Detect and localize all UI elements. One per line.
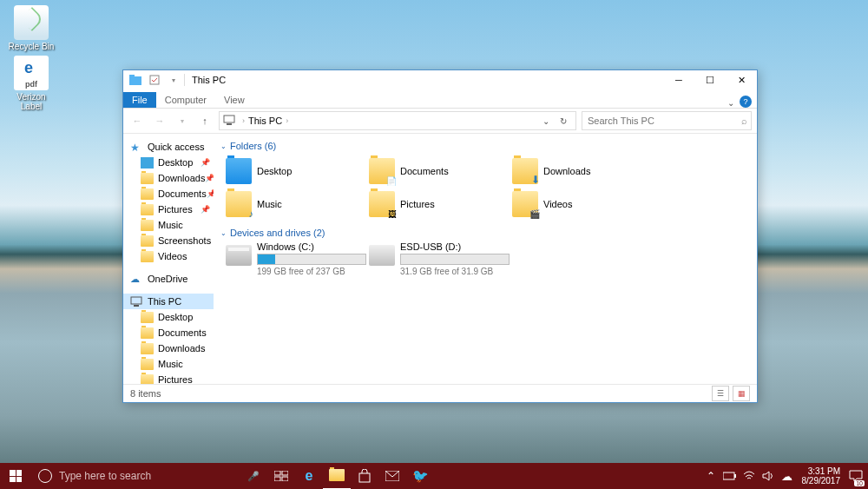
folder-icon bbox=[141, 374, 154, 385]
item-label: Desktop bbox=[257, 166, 292, 176]
nav-item-screenshots[interactable]: Screenshots bbox=[123, 233, 214, 248]
refresh-button[interactable]: ↻ bbox=[555, 112, 572, 129]
svg-rect-3 bbox=[224, 116, 234, 122]
search-placeholder: Type here to search bbox=[59, 470, 151, 482]
search-icon[interactable]: ⌕ bbox=[741, 116, 747, 126]
search-input[interactable] bbox=[586, 115, 741, 127]
breadcrumb-bar[interactable]: › This PC › ⌄ ↻ bbox=[219, 111, 576, 130]
close-button[interactable]: ✕ bbox=[726, 70, 757, 89]
breadcrumb-dropdown-icon[interactable]: ⌄ bbox=[537, 112, 555, 129]
nav-label: Downloads bbox=[158, 343, 205, 354]
help-button[interactable]: ? bbox=[740, 96, 752, 108]
nav-onedrive[interactable]: ☁OneDrive bbox=[123, 271, 214, 287]
nav-item-videos[interactable]: Videos bbox=[123, 248, 214, 264]
music-folder-icon: ♪ bbox=[226, 191, 252, 217]
ribbon-tab-view[interactable]: View bbox=[215, 92, 253, 108]
nav-item-desktop[interactable]: Desktop📌 bbox=[123, 155, 214, 170]
nav-item-downloads[interactable]: Downloads📌 bbox=[123, 170, 214, 186]
nav-item-music[interactable]: Music bbox=[123, 217, 214, 233]
folder-item-videos[interactable]: 🎬Videos bbox=[507, 188, 650, 221]
nav-pc-downloads[interactable]: Downloads bbox=[123, 340, 214, 356]
ribbon-expand-icon[interactable]: ⌄ bbox=[727, 98, 734, 108]
minimize-button[interactable]: ─ bbox=[663, 70, 694, 89]
taskbar[interactable]: Type here to search 🎤 e 🐦 ⌃ ☁ 3:31 PM 8/… bbox=[0, 463, 868, 489]
desktop-folder-icon bbox=[226, 158, 252, 184]
qat-properties-icon[interactable] bbox=[148, 73, 161, 87]
windows-logo-icon bbox=[10, 470, 22, 482]
drive-item-esd-usb-d[interactable]: ESD-USB (D:) 31.9 GB free of 31.9 GB bbox=[364, 241, 507, 276]
desktop-icon-verizon-label[interactable]: Verizon Label bbox=[5, 56, 57, 111]
group-header-folders[interactable]: ⌄Folders (6) bbox=[220, 137, 750, 155]
nav-item-pictures[interactable]: Pictures📌 bbox=[123, 202, 214, 217]
pdf-icon bbox=[14, 56, 49, 90]
content-pane[interactable]: ⌄Folders (6) Desktop 📄Documents ⬇Downloa… bbox=[214, 134, 757, 384]
taskbar-app-store[interactable] bbox=[351, 463, 378, 489]
folder-item-pictures[interactable]: 🖼Pictures bbox=[364, 188, 507, 221]
chevron-right-icon[interactable]: › bbox=[242, 116, 245, 125]
taskbar-app-twitter[interactable]: 🐦 bbox=[406, 463, 434, 489]
desktop-icon-recycle-bin[interactable]: Recycle Bin bbox=[5, 5, 57, 51]
taskbar-app-mail[interactable] bbox=[378, 463, 406, 489]
action-center-button[interactable]: 10 bbox=[845, 463, 866, 489]
documents-folder-icon: 📄 bbox=[369, 158, 395, 184]
ribbon-tab-file[interactable]: File bbox=[123, 92, 156, 108]
nav-pc-documents[interactable]: Documents bbox=[123, 325, 214, 340]
capacity-bar bbox=[400, 254, 510, 265]
nav-up-button[interactable]: ↑ bbox=[196, 112, 214, 129]
group-folders: ⌄Folders (6) Desktop 📄Documents ⬇Downloa… bbox=[220, 137, 750, 221]
drive-subtext: 199 GB free of 237 GB bbox=[257, 267, 366, 276]
pc-icon bbox=[130, 296, 143, 307]
taskbar-clock[interactable]: 3:31 PM 8/29/2017 bbox=[797, 466, 846, 486]
nav-label: Pictures bbox=[158, 374, 193, 384]
nav-this-pc[interactable]: This PC bbox=[123, 294, 214, 309]
nav-pc-desktop[interactable]: Desktop bbox=[123, 309, 214, 325]
folder-item-documents[interactable]: 📄Documents bbox=[364, 155, 507, 188]
system-tray: ⌃ ☁ 3:31 PM 8/29/2017 10 bbox=[701, 463, 869, 489]
breadcrumb-location[interactable]: This PC bbox=[248, 116, 282, 126]
folder-icon bbox=[141, 235, 154, 247]
taskbar-search[interactable]: Type here to search bbox=[31, 463, 240, 489]
ribbon-tab-computer[interactable]: Computer bbox=[156, 92, 215, 108]
taskbar-app-file-explorer[interactable] bbox=[323, 462, 351, 489]
nav-pane[interactable]: ★Quick access Desktop📌 Downloads📌 Docume… bbox=[123, 134, 214, 384]
onedrive-tray-icon[interactable]: ☁ bbox=[778, 463, 797, 489]
item-label: Videos bbox=[543, 199, 572, 209]
volume-icon[interactable] bbox=[759, 463, 778, 489]
mic-icon[interactable]: 🎤 bbox=[240, 463, 267, 489]
cloud-icon: ☁ bbox=[130, 274, 143, 285]
item-label: Downloads bbox=[543, 166, 590, 176]
wifi-icon[interactable] bbox=[740, 463, 759, 489]
chevron-right-icon[interactable]: › bbox=[286, 116, 288, 125]
folder-item-downloads[interactable]: ⬇Downloads bbox=[507, 155, 650, 188]
icon-label: Recycle Bin bbox=[5, 42, 57, 51]
folder-item-music[interactable]: ♪Music bbox=[220, 188, 364, 221]
taskbar-app-edge[interactable]: e bbox=[295, 463, 323, 489]
start-button[interactable] bbox=[0, 463, 31, 489]
view-details-button[interactable]: ☰ bbox=[712, 386, 729, 401]
nav-recent-dropdown[interactable]: ▾ bbox=[174, 112, 191, 129]
search-box[interactable]: ⌕ bbox=[582, 111, 752, 130]
nav-quick-access[interactable]: ★Quick access bbox=[123, 139, 214, 155]
os-drive-icon bbox=[226, 245, 252, 266]
folder-icon bbox=[141, 359, 154, 370]
chevron-down-icon: ⌄ bbox=[220, 142, 227, 150]
nav-item-documents[interactable]: Documents📌 bbox=[123, 186, 214, 202]
battery-icon[interactable] bbox=[720, 463, 740, 489]
task-view-button[interactable] bbox=[267, 463, 295, 489]
qat-dropdown-icon[interactable]: ▾ bbox=[167, 73, 181, 87]
nav-pc-music[interactable]: Music bbox=[123, 356, 214, 372]
titlebar[interactable]: ▾ This PC ─ ☐ ✕ bbox=[123, 70, 757, 89]
folder-item-desktop[interactable]: Desktop bbox=[220, 155, 364, 188]
group-header-drives[interactable]: ⌄Devices and drives (2) bbox=[220, 224, 750, 241]
maximize-button[interactable]: ☐ bbox=[694, 70, 726, 89]
desktop[interactable]: Recycle Bin Verizon Label ▾ This PC ─ ☐ … bbox=[0, 0, 868, 489]
tray-overflow-icon[interactable]: ⌃ bbox=[701, 463, 720, 489]
view-large-icons-button[interactable]: ▦ bbox=[733, 386, 750, 401]
item-label: Documents bbox=[400, 166, 449, 176]
ribbon: File Computer View ⌄ ? bbox=[123, 89, 757, 109]
svg-rect-4 bbox=[227, 123, 232, 125]
nav-back-button[interactable]: ← bbox=[128, 112, 146, 129]
nav-pc-pictures[interactable]: Pictures bbox=[123, 372, 214, 384]
nav-forward-button[interactable]: → bbox=[151, 112, 168, 129]
drive-item-windows-c[interactable]: Windows (C:) 199 GB free of 237 GB bbox=[220, 241, 364, 276]
